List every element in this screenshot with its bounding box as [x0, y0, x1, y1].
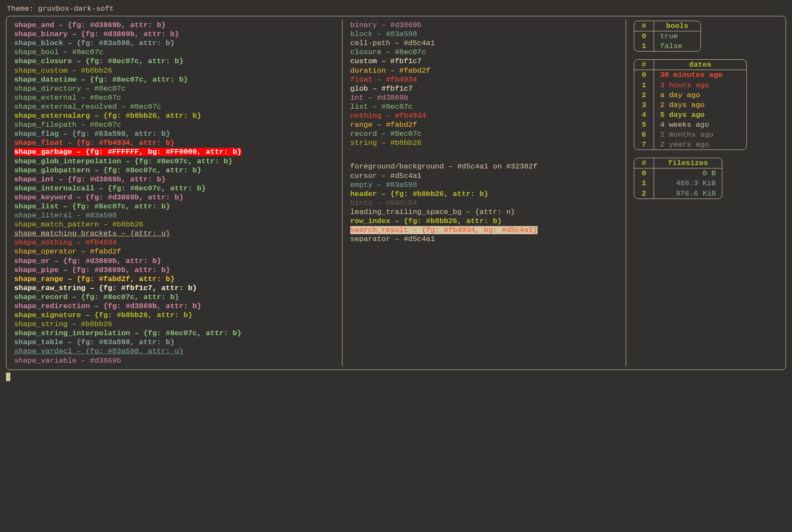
- table-row: 2976.6 KiB: [634, 189, 722, 199]
- theme-entry: shape_signature – {fg: #b8bb26, attr: b}: [14, 311, 334, 320]
- theme-entry: shape_string_interpolation – {fg: #8ec07…: [14, 329, 334, 338]
- theme-entry-text: shape_block – {fg: #83a598, attr: b}: [14, 39, 174, 47]
- row-value: true: [654, 31, 700, 41]
- table-row: 1488.3 KiB: [634, 178, 722, 188]
- row-value: false: [654, 41, 700, 51]
- table-row: 45 days ago: [634, 110, 746, 120]
- theme-entry-text: shape_custom – #b8bb26: [14, 67, 112, 75]
- theme-entry-text: shape_globpattern – {fg: #8ec07c, attr: …: [14, 166, 202, 174]
- theme-entry-text: shape_external – #8ec07c: [14, 94, 121, 102]
- theme-entry: list – #8ec07c: [350, 102, 618, 111]
- row-index: 0: [634, 168, 654, 178]
- theme-entry: shape_bool – #8ec07c: [14, 48, 334, 57]
- theme-entry: shape_binary – {fg: #d3869b, attr: b}: [14, 30, 334, 39]
- theme-entry: float – #fb4934: [350, 75, 618, 84]
- table-row: 13 hours ago: [634, 80, 746, 90]
- theme-entry: empty – #83a598: [350, 180, 618, 190]
- theme-entry: block – #83a598: [350, 30, 618, 39]
- theme-entry-text: closure – #8ec07c: [350, 48, 426, 56]
- theme-entry-text: shape_record – {fg: #8ec07c, attr: b}: [14, 293, 179, 301]
- theme-entry-text: shape_externalarg – {fg: #b8bb26, attr: …: [14, 112, 202, 120]
- theme-entry: cell-path – #d5c4a1: [350, 39, 618, 48]
- theme-entry-text: cell-path – #d5c4a1: [350, 39, 435, 47]
- theme-entry-text: shape_string – #b8bb26: [14, 320, 112, 328]
- theme-preview-frame: shape_and – {fg: #d3869b, attr: b}shape_…: [6, 16, 786, 370]
- theme-entry: shape_external_resolved – #8ec07c: [14, 102, 334, 111]
- theme-entry: shape_globpattern – {fg: #8ec07c, attr: …: [14, 166, 334, 175]
- theme-entry-text: shape_filepath – #8ec07c: [14, 121, 121, 129]
- row-index: 1: [634, 80, 654, 90]
- table-row: 72 years ago: [634, 140, 746, 150]
- theme-entry-text: duration – #fabd2f: [350, 67, 431, 75]
- theme-entry: shape_match_pattern – #b8bb26: [14, 220, 334, 229]
- table-header-index: #: [634, 60, 654, 70]
- theme-entry-text: shape_variable – #d3869b: [14, 357, 121, 365]
- theme-entry-text: empty – #83a598: [350, 181, 417, 189]
- table-header-index: #: [634, 158, 654, 168]
- table-header-label: dates: [654, 60, 746, 70]
- table-row: 00 B: [634, 168, 722, 178]
- theme-entry: shape_externalarg – {fg: #b8bb26, attr: …: [14, 111, 334, 120]
- theme-entry: shape_range – {fg: #fabd2f, attr: b}: [14, 275, 334, 284]
- theme-entry: shape_and – {fg: #d3869b, attr: b}: [14, 21, 334, 30]
- theme-entry-text: shape_datetime – {fg: #8ec07c, attr: b}: [14, 76, 188, 84]
- row-value: 2 days ago: [654, 100, 746, 110]
- row-value: 3 hours ago: [654, 80, 746, 90]
- theme-entry-text: shape_raw_string – {fg: #fbf1c7, attr: b…: [14, 284, 197, 292]
- theme-entry: shape_keyword – {fg: #d3869b, attr: b}: [14, 193, 334, 202]
- theme-entry-text: binary – #d3869b: [350, 21, 422, 29]
- table-row: 030 minutes ago: [634, 70, 746, 80]
- dates-table: #dates030 minutes ago13 hours ago2a day …: [634, 59, 747, 150]
- table-row: 2a day ago: [634, 90, 746, 100]
- theme-entry: shape_table – {fg: #83a598, attr: b}: [14, 338, 334, 347]
- theme-entry: shape_variable – #d3869b: [14, 356, 334, 365]
- terminal-cursor: [6, 373, 10, 381]
- theme-entry: shape_datetime – {fg: #8ec07c, attr: b}: [14, 75, 334, 84]
- theme-entry-text: shape_vardecl – {fg: #83a598, attr: u}: [14, 347, 183, 355]
- types-column: binary – #d3869bblock – #83a598cell-path…: [342, 20, 626, 366]
- theme-entry-text: shape_redirection – {fg: #d3869b, attr: …: [14, 302, 202, 310]
- types-block: binary – #d3869bblock – #83a598cell-path…: [350, 21, 618, 147]
- theme-entry-text: shape_nothing – #fb4934: [14, 238, 117, 247]
- theme-entry-text: nothing – #fb4934: [350, 112, 426, 120]
- table-row: 62 months ago: [634, 130, 746, 140]
- theme-entry: search_result – {fg: #fb4934, bg: #d5c4a…: [350, 226, 618, 235]
- theme-entry: custom – #fbf1c7: [350, 57, 618, 66]
- table-row: 32 days ago: [634, 100, 746, 110]
- row-value: 5 days ago: [654, 110, 746, 120]
- theme-entry: shape_pipe – {fg: #d3869b, attr: b}: [14, 266, 334, 275]
- theme-entry: shape_directory – #8ec07c: [14, 84, 334, 93]
- row-value: 976.6 KiB: [654, 189, 722, 199]
- row-index: 5: [634, 120, 654, 130]
- theme-entry-text: search_result – {fg: #fb4934, bg: #d5c4a…: [350, 226, 538, 234]
- bools-table: #bools0true1false: [634, 21, 701, 52]
- theme-entry: record – #8ec07c: [350, 129, 618, 138]
- theme-entry: binary – #d3869b: [350, 21, 618, 30]
- theme-entry: shape_custom – #b8bb26: [14, 66, 334, 75]
- theme-entry-text: range – #fabd2f: [350, 121, 417, 129]
- theme-entry: shape_external – #8ec07c: [14, 93, 334, 102]
- theme-entry: shape_int – {fg: #d3869b, attr: b}: [14, 175, 334, 184]
- table-row: 0true: [634, 31, 700, 41]
- row-value: 2 months ago: [654, 130, 746, 140]
- theme-entry-text: separator – #d5c4a1: [350, 235, 435, 243]
- row-index: 7: [634, 140, 654, 150]
- theme-entry: shape_filepath – #8ec07c: [14, 120, 334, 129]
- theme-entry-text: shape_glob_interpolation – {fg: #8ec07c,…: [14, 157, 232, 165]
- theme-entry: cursor – #d5c4a1: [350, 171, 618, 180]
- row-index: 0: [634, 31, 654, 41]
- table-header-label: bools: [654, 21, 700, 31]
- theme-entry: row_index – {fg: #b8bb26, attr: b}: [350, 217, 618, 226]
- theme-entry-text: shape_list – {fg: #8ec07c, attr: b}: [14, 202, 170, 211]
- theme-entry-text: shape_matching_brackets – {attr: u}: [14, 229, 170, 238]
- theme-entry: shape_record – {fg: #8ec07c, attr: b}: [14, 293, 334, 302]
- theme-entry: shape_operator – #fabd2f: [14, 247, 334, 256]
- theme-entry-text: shape_directory – #8ec07c: [14, 85, 125, 93]
- theme-entry-text: shape_range – {fg: #fabd2f, attr: b}: [14, 275, 174, 283]
- theme-entry-text: shape_or – {fg: #d3869b, attr: b}: [14, 257, 161, 265]
- theme-entry-text: string – #b8bb26: [350, 139, 422, 147]
- row-value: a day ago: [654, 90, 746, 100]
- table-row: 1false: [634, 41, 700, 51]
- theme-entry-text: shape_int – {fg: #d3869b, attr: b}: [14, 175, 166, 183]
- row-value: 2 years ago: [654, 140, 746, 150]
